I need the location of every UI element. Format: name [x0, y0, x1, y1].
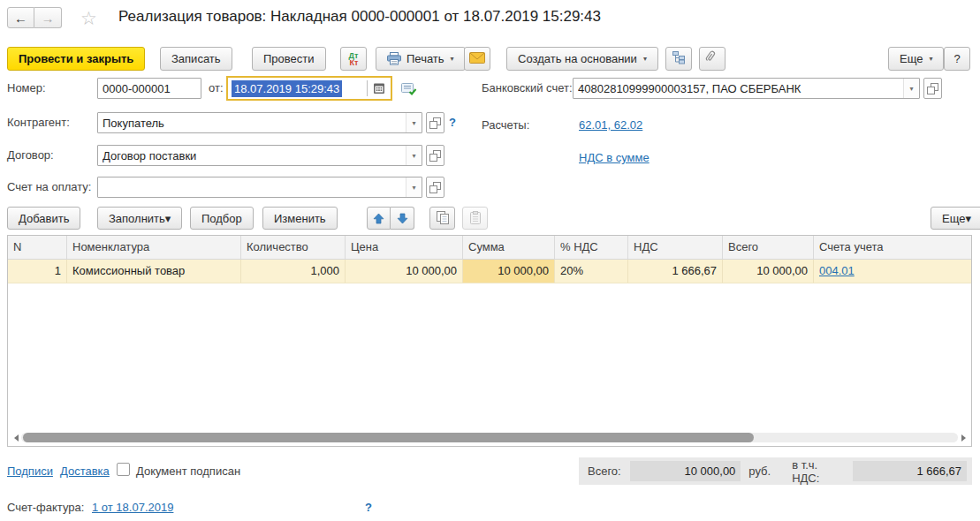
col-header-nomenclature[interactable]: Номенклатура [67, 236, 241, 259]
add-row-button[interactable]: Добавить [7, 207, 80, 230]
col-header-price[interactable]: Цена [346, 236, 463, 259]
table-more-label: Еще [942, 212, 965, 225]
chevron-down-icon: ▾ [451, 55, 454, 63]
calendar-icon [373, 82, 385, 94]
document-structure-button[interactable] [665, 47, 692, 71]
open-form-icon [927, 83, 938, 94]
delivery-link[interactable]: Доставка [60, 464, 110, 478]
more-button[interactable]: Еще ▾ [888, 47, 944, 71]
arrow-down-icon [397, 213, 408, 224]
counterparty-input[interactable] [98, 113, 406, 132]
favorite-star-icon[interactable]: ☆ [80, 8, 97, 29]
cell-vat-percent[interactable]: 20% [555, 260, 628, 283]
payment-invoice-field: ▾ [97, 177, 422, 198]
col-header-quantity[interactable]: Количество [241, 236, 346, 259]
post-and-close-button[interactable]: Провести и закрыть [7, 47, 145, 71]
invoice-link-wrap: 1 от 18.07.2019 [92, 497, 173, 518]
invoice-help-icon[interactable]: ? [365, 501, 372, 514]
col-header-sum[interactable]: Сумма [463, 236, 555, 259]
document-signed-checkbox[interactable] [117, 463, 130, 476]
table-row[interactable]: 1 Комиссионный товар 1,000 10 000,00 10 … [8, 260, 971, 283]
page-title: Реализация товаров: Накладная 0000-00000… [118, 8, 601, 26]
horizontal-scrollbar [11, 432, 969, 443]
contract-label: Договор: [7, 145, 54, 166]
scrollbar-track[interactable] [21, 433, 958, 442]
contract-open-button[interactable] [426, 145, 444, 166]
signatures-link[interactable]: Подписи [7, 464, 53, 478]
write-button[interactable]: Записать [160, 47, 232, 71]
pick-button[interactable]: Подбор [190, 207, 254, 230]
scrollbar-thumb[interactable] [23, 433, 754, 442]
payment-invoice-dropdown-button[interactable]: ▾ [406, 177, 422, 197]
print-label: Печать [406, 52, 444, 65]
payment-invoice-input[interactable] [98, 177, 406, 197]
date-field[interactable]: 18.07.2019 15:29:43 [226, 76, 392, 101]
date-value-selected[interactable]: 18.07.2019 15:29:43 [232, 80, 342, 97]
bank-account-dropdown-button[interactable]: ▾ [903, 79, 919, 98]
vat-mode-link[interactable]: НДС в сумме [579, 151, 650, 164]
col-header-vat[interactable]: НДС [628, 236, 723, 259]
move-row-up-button[interactable] [367, 207, 391, 230]
fill-button[interactable]: Заполнить ▾ [97, 207, 182, 230]
vat-mode-link-wrap: НДС в сумме [579, 147, 650, 169]
row-move-group [367, 207, 414, 230]
open-form-icon [429, 150, 441, 162]
table-more-button[interactable]: Еще ▾ [931, 207, 980, 230]
bank-account-open-button[interactable] [923, 78, 942, 99]
col-header-vat-percent[interactable]: % НДС [555, 236, 628, 259]
edit-button[interactable]: Изменить [262, 207, 338, 230]
bank-account-input[interactable] [574, 79, 903, 98]
paste-row-button[interactable] [462, 207, 488, 230]
move-row-down-button[interactable] [391, 207, 414, 230]
send-email-button[interactable] [464, 47, 490, 71]
total-label: Всего: [588, 464, 621, 478]
counterparty-label: Контрагент: [7, 112, 70, 133]
bank-account-label: Банковский счет: [482, 78, 573, 99]
incl-vat-value: 1 666,67 [853, 461, 967, 481]
create-on-basis-label: Создать на основании [518, 52, 637, 65]
printer-icon [387, 52, 401, 65]
history-nav: ← → [7, 7, 62, 28]
cell-total[interactable]: 10 000,00 [723, 260, 814, 283]
incl-vat-label: в т.ч. НДС: [792, 458, 844, 485]
invoice-link[interactable]: 1 от 18.07.2019 [92, 501, 173, 514]
scroll-right-arrow[interactable] [958, 432, 969, 443]
accounts-link[interactable]: 004.01 [819, 264, 855, 277]
cell-nomenclature[interactable]: Комиссионный товар [67, 260, 241, 283]
more-label: Еще [900, 52, 923, 65]
col-header-accounts[interactable]: Счета учета [814, 236, 971, 259]
debit-credit-button[interactable]: Дт Кт [340, 47, 367, 71]
col-header-total[interactable]: Всего [723, 236, 814, 259]
cell-sum-selected[interactable]: 10 000,00 [463, 260, 555, 283]
back-arrow-icon[interactable]: ← [7, 7, 34, 28]
cell-vat[interactable]: 1 666,67 [628, 260, 723, 283]
open-form-icon [429, 117, 441, 129]
number-input[interactable] [98, 79, 201, 98]
chevron-down-icon: ▾ [965, 212, 971, 225]
payment-invoice-open-button[interactable] [426, 177, 444, 198]
contract-input[interactable] [98, 146, 406, 165]
post-button[interactable]: Провести [252, 47, 326, 71]
items-table-header: N Номенклатура Количество Цена Сумма % Н… [8, 236, 971, 260]
counterparty-dropdown-button[interactable]: ▾ [406, 113, 422, 132]
counterparty-help-icon[interactable]: ? [449, 116, 456, 129]
number-field [97, 78, 201, 99]
cell-price[interactable]: 10 000,00 [346, 260, 463, 283]
settlements-accounts-link[interactable]: 62.01, 62.02 [579, 118, 642, 132]
copy-row-button[interactable] [429, 207, 455, 230]
chevron-down-icon: ▾ [165, 212, 171, 225]
attachments-button[interactable] [699, 47, 726, 71]
cell-quantity[interactable]: 1,000 [241, 260, 346, 283]
cell-accounts: 004.01 [814, 260, 971, 283]
help-button[interactable]: ? [944, 47, 970, 71]
counterparty-open-button[interactable] [426, 112, 444, 133]
calendar-button[interactable] [368, 78, 391, 99]
contract-dropdown-button[interactable]: ▾ [406, 146, 422, 165]
create-on-basis-button[interactable]: Создать на основании ▾ [506, 47, 658, 71]
scroll-left-arrow[interactable] [11, 432, 21, 443]
print-button[interactable]: Печать ▾ [376, 47, 466, 71]
cell-n[interactable]: 1 [8, 260, 67, 283]
debit-credit-icon: Дт Кт [349, 52, 359, 66]
forward-arrow-icon[interactable]: → [34, 7, 62, 28]
col-header-n[interactable]: N [8, 236, 67, 259]
